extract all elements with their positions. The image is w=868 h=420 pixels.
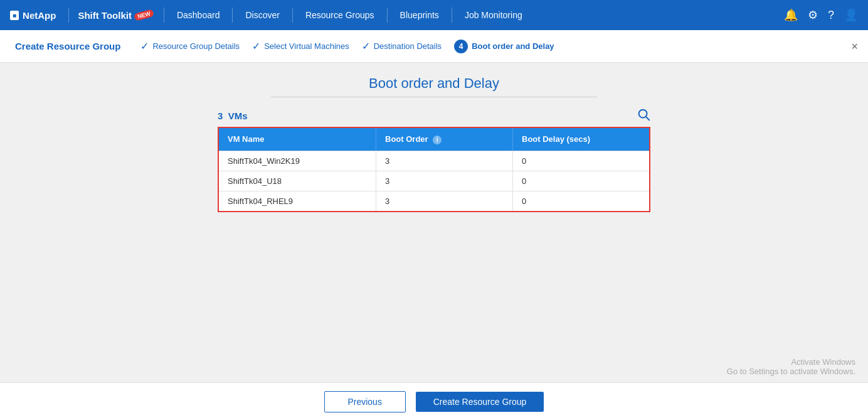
netapp-logo-text: NetApp <box>23 10 56 21</box>
wizard-header: Create Resource Group ✓ Resource Group D… <box>0 30 868 63</box>
boot-order-cell-3[interactable] <box>376 191 512 211</box>
step2-check-icon: ✓ <box>252 40 260 52</box>
watermark-line2: Go to Settings to activate Windows. <box>727 367 855 376</box>
boot-order-input-2[interactable] <box>385 176 504 186</box>
boot-order-input-1[interactable] <box>385 156 504 166</box>
nav-divider-5 <box>387 8 388 23</box>
watermark-line1: Activate Windows <box>727 357 855 367</box>
vm-count-bar: 3 VMs <box>218 107 650 124</box>
nav-divider-6 <box>452 8 452 23</box>
settings-icon[interactable]: ⚙ <box>808 8 818 22</box>
wizard-step-3: ✓ Destination Details <box>362 40 442 52</box>
nav-divider-1 <box>68 8 69 23</box>
boot-order-cell-2[interactable] <box>376 171 512 191</box>
search-button[interactable] <box>637 107 650 124</box>
boot-order-cell-1[interactable] <box>376 151 512 171</box>
vm-label: VMs <box>228 110 248 121</box>
col-header-boot-order: Boot Order i <box>376 128 512 151</box>
step4-label: Boot order and Delay <box>472 41 554 51</box>
vm-table: VM Name Boot Order i Boot Delay (secs) S… <box>218 127 650 212</box>
vm-name-1: ShiftTk04_Win2K19 <box>219 151 376 171</box>
wizard-step-2: ✓ Select Virtual Machines <box>252 40 349 52</box>
nav-dashboard[interactable]: Dashboard <box>167 10 230 20</box>
nav-divider-2 <box>164 8 164 23</box>
user-icon[interactable]: 👤 <box>844 8 858 22</box>
boot-delay-cell-1[interactable] <box>512 151 649 171</box>
search-icon <box>637 107 650 121</box>
step1-check-icon: ✓ <box>140 40 149 52</box>
boot-delay-cell-2[interactable] <box>512 171 649 191</box>
nav-links: Dashboard Discover Resource Groups Bluep… <box>167 8 784 23</box>
top-navigation: ■ NetApp Shift Toolkit NEW Dashboard Dis… <box>0 0 868 30</box>
create-resource-group-button[interactable]: Create Resource Group <box>416 392 544 412</box>
nav-discover[interactable]: Discover <box>235 10 289 20</box>
boot-delay-input-1[interactable] <box>522 156 640 166</box>
vm-count-text: 3 VMs <box>218 110 248 121</box>
wizard-step-4: 4 Boot order and Delay <box>454 40 554 53</box>
boot-delay-cell-3[interactable] <box>512 191 649 211</box>
boot-order-info-icon[interactable]: i <box>433 136 442 144</box>
new-badge: NEW <box>134 9 154 21</box>
wizard-steps: ✓ Resource Group Details ✓ Select Virtua… <box>140 40 853 53</box>
notification-icon[interactable]: 🔔 <box>784 8 798 22</box>
nav-blueprints[interactable]: Blueprints <box>390 10 449 20</box>
table-row: ShiftTk04_Win2K19 <box>219 151 649 171</box>
vm-count-number: 3 <box>218 110 223 121</box>
vm-name-2: ShiftTk04_U18 <box>219 171 376 191</box>
boot-order-input-3[interactable] <box>385 197 504 206</box>
windows-watermark: Activate Windows Go to Settings to activ… <box>727 357 855 376</box>
boot-delay-input-3[interactable] <box>522 197 640 206</box>
step3-check-icon: ✓ <box>362 40 370 52</box>
step1-label: Resource Group Details <box>152 41 240 51</box>
step3-label: Destination Details <box>374 41 442 51</box>
table-header: VM Name Boot Order i Boot Delay (secs) <box>219 128 649 151</box>
nav-resource-groups[interactable]: Resource Groups <box>295 10 384 20</box>
shift-toolkit-label: Shift Toolkit <box>78 10 132 21</box>
previous-button[interactable]: Previous <box>324 391 406 412</box>
svg-line-1 <box>646 117 649 120</box>
page-title: Boot order and Delay <box>369 75 499 92</box>
step2-label: Select Virtual Machines <box>264 41 349 51</box>
wizard-close-button[interactable]: × <box>851 40 858 53</box>
vm-name-3: ShiftTk04_RHEL9 <box>219 191 376 211</box>
nav-icons: 🔔 ⚙ ? 👤 <box>784 8 858 22</box>
col-header-boot-delay: Boot Delay (secs) <box>512 128 649 151</box>
nav-divider-3 <box>232 8 233 23</box>
nav-divider-4 <box>292 8 293 23</box>
nav-job-monitoring[interactable]: Job Monitoring <box>455 10 532 20</box>
page-divider <box>271 97 597 97</box>
step4-number: 4 <box>454 40 468 53</box>
wizard-title: Create Resource Group <box>15 41 120 51</box>
footer: Previous Create Resource Group <box>0 382 868 420</box>
netapp-logo: ■ NetApp <box>10 10 60 21</box>
col-header-vm-name: VM Name <box>219 128 376 151</box>
table-row: ShiftTk04_RHEL9 <box>219 191 649 211</box>
wizard-step-1: ✓ Resource Group Details <box>140 40 240 52</box>
boot-delay-input-2[interactable] <box>522 176 640 186</box>
help-icon[interactable]: ? <box>828 9 834 22</box>
netapp-logo-icon: ■ <box>10 11 19 20</box>
table-row: ShiftTk04_U18 <box>219 171 649 191</box>
